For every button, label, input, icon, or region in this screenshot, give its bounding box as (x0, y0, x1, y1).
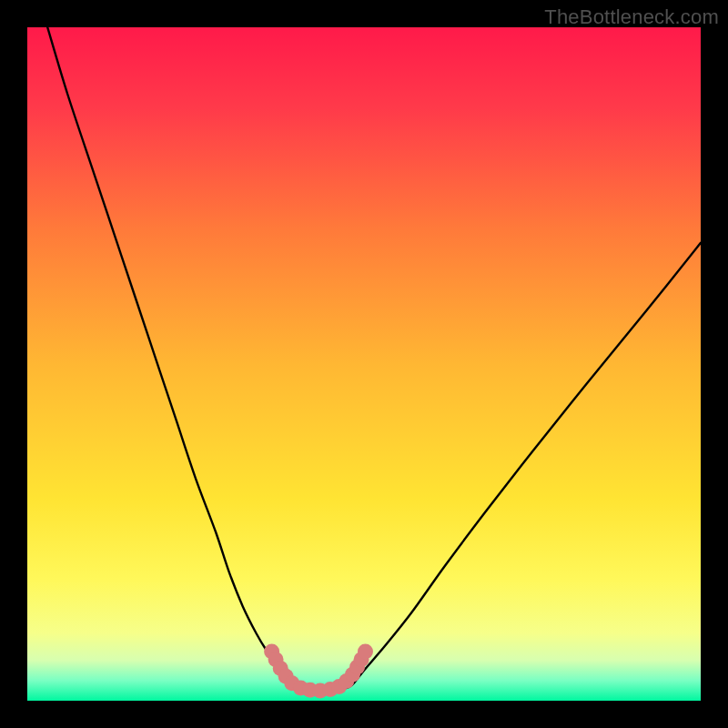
trough-marker-dot (358, 643, 373, 659)
outer-frame: TheBottleneck.com (0, 0, 728, 728)
watermark-text: TheBottleneck.com (544, 5, 719, 29)
curve-layer (27, 27, 701, 701)
bottleneck-curve (47, 27, 701, 692)
plot-area (27, 27, 701, 701)
